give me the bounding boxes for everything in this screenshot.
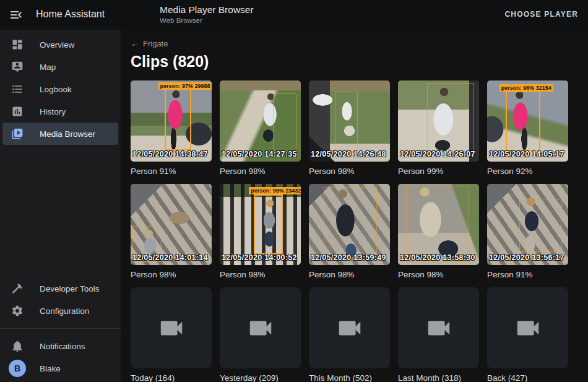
list-icon [11, 83, 24, 95]
sidebar-toggle-icon[interactable] [9, 7, 24, 22]
folder-tile [398, 287, 479, 368]
media-player-title-block: Media Player Browser Web Browser [160, 4, 254, 24]
clip-caption: Person 98% [398, 270, 479, 279]
folder-label: Yesterday (209) [220, 373, 301, 382]
top-app-bar: Home Assistant Media Player Browser Web … [0, 0, 588, 30]
folder-tile [131, 287, 212, 368]
clip-timestamp: 12/05/2020 14:38:47 [132, 150, 208, 158]
clip-timestamp: 12/05/2020 14:27:35 [222, 150, 297, 158]
video-camera-icon [425, 314, 453, 342]
clip-timestamp: 12/05/2020 13:56:17 [489, 253, 564, 262]
clip-caption: Person 98% [131, 270, 212, 279]
sidebar-item-notifications[interactable]: Notifications [2, 335, 118, 357]
clip-thumbnail: 12/05/2020 13:56:17 [487, 184, 568, 265]
sidebar-item-developer-tools[interactable]: Developer Tools [2, 277, 118, 300]
clip-timestamp: 12/05/2020 14:01:14 [132, 253, 208, 262]
sidebar-item-history[interactable]: History [2, 100, 118, 123]
clip-caption: Person 98% [220, 270, 301, 279]
clip-card[interactable]: 12/05/2020 14:01:14 Person 98% [131, 184, 212, 279]
folder-label: Back (427) [487, 373, 568, 382]
sidebar-item-map[interactable]: Map [2, 56, 118, 78]
clip-card[interactable]: 12/05/2020 14:26:48 Person 98% [309, 80, 390, 176]
detection-bbox [335, 92, 358, 150]
breadcrumb-label: Frigate [143, 39, 168, 48]
user-name: Blake [40, 364, 61, 373]
back-arrow-icon: ← [131, 38, 139, 48]
video-camera-icon [514, 314, 542, 342]
sidebar-item-logbook[interactable]: Logbook [2, 78, 118, 100]
clip-timestamp: 12/05/2020 13:59:49 [311, 253, 386, 262]
sidebar-item-configuration[interactable]: Configuration [2, 300, 118, 322]
detection-bbox [273, 93, 296, 154]
folder-card-last-month[interactable]: Last Month (318) [398, 287, 479, 382]
folder-label: Today (164) [131, 373, 212, 382]
clip-card[interactable]: 12/05/2020 14:27:35 Person 98% [220, 80, 301, 176]
folder-label: This Month (502) [309, 373, 390, 382]
folder-tile [487, 287, 568, 368]
clip-caption: Person 99% [398, 167, 479, 176]
clip-caption: Person 98% [309, 167, 390, 176]
clip-timestamp: 12/05/2020 14:26:48 [311, 150, 386, 158]
media-browser-content: ← Frigate Clips (820) person: 97% 29988 … [121, 30, 588, 382]
clip-card[interactable]: 12/05/2020 13:56:17 Person 91% [487, 184, 568, 279]
clips-grid: person: 97% 29988 12/05/2020 14:38:47 Pe… [131, 80, 578, 382]
clip-card[interactable]: 12/05/2020 13:58:30 Person 98% [398, 184, 479, 279]
media-player-title: Media Player Browser [160, 4, 254, 15]
map-person-icon [11, 61, 24, 73]
sidebar-item-label: Configuration [40, 306, 89, 316]
folder-card-this-month[interactable]: This Month (502) [309, 287, 390, 382]
breadcrumb[interactable]: ← Frigate [131, 38, 578, 48]
sidebar-item-overview[interactable]: Overview [2, 33, 118, 56]
sidebar-item-label: Overview [40, 40, 74, 50]
hammer-icon [11, 282, 24, 295]
folder-card-today[interactable]: Today (164) [131, 287, 212, 382]
clip-card[interactable]: person: 97% 29988 12/05/2020 14:38:47 Pe… [131, 80, 212, 176]
detection-bbox [324, 187, 377, 260]
gear-icon [11, 305, 24, 317]
detection-label: person: 95% 23432 [249, 187, 301, 194]
clip-caption: Person 92% [487, 167, 568, 176]
folder-tile [220, 287, 301, 368]
folder-card-back[interactable]: Back (427) [487, 287, 568, 382]
clip-thumbnail: 12/05/2020 14:27:35 [220, 80, 301, 162]
clip-thumbnail: 12/05/2020 13:59:49 [309, 184, 390, 265]
sidebar-item-label: Notifications [40, 342, 85, 351]
clip-card[interactable]: 12/05/2020 13:59:49 Person 98% [309, 184, 390, 279]
detection-bbox [427, 83, 474, 156]
video-camera-icon [157, 314, 186, 342]
media-player-subtitle: Web Browser [160, 17, 254, 24]
sidebar-item-label: Map [40, 63, 56, 72]
video-camera-icon [246, 314, 275, 342]
clip-thumbnail: 12/05/2020 14:01:14 [131, 184, 212, 265]
clip-timestamp: 12/05/2020 13:58:30 [400, 253, 475, 262]
sidebar-item-label: Logbook [40, 85, 72, 94]
clip-timestamp: 12/05/2020 14:00:52 [222, 253, 297, 262]
dashboard-icon [11, 38, 24, 51]
folder-card-yesterday[interactable]: Yesterday (209) [220, 287, 301, 382]
clip-card[interactable]: person: 96% 32154 12/05/2020 14:05:17 Pe… [487, 80, 568, 176]
detection-bbox [254, 194, 283, 254]
sidebar: Overview Map Logbook History Media Brows… [0, 30, 121, 382]
sidebar-item-media-browser[interactable]: Media Browser [2, 123, 118, 145]
sidebar-item-user[interactable]: B Blake [2, 357, 118, 380]
detection-label: person: 97% 29988 [158, 82, 212, 90]
clip-thumbnail: person: 95% 23432 12/05/2020 14:00:52 [220, 184, 301, 265]
page-title: Clips (820) [131, 53, 578, 71]
detection-bbox [406, 186, 469, 262]
bell-icon [11, 340, 24, 352]
choose-player-button[interactable]: CHOOSE PLAYER [504, 10, 578, 19]
sidebar-item-label: Media Browser [40, 129, 95, 139]
folder-tile [309, 287, 390, 368]
clip-caption: Person 91% [487, 270, 568, 279]
play-box-multiple-icon [11, 128, 24, 140]
clip-card[interactable]: 12/05/2020 14:26:07 Person 99% [398, 80, 479, 176]
clip-thumbnail: person: 96% 32154 12/05/2020 14:05:17 [487, 80, 568, 162]
sidebar-item-label: Developer Tools [40, 284, 100, 293]
sidebar-divider [0, 328, 121, 329]
detection-label: person: 96% 32154 [499, 84, 553, 92]
clip-caption: Person 98% [309, 270, 390, 279]
clip-thumbnail: 12/05/2020 13:58:30 [398, 184, 479, 265]
sidebar-item-label: History [40, 107, 66, 116]
app-title: Home Assistant [36, 9, 105, 20]
clip-card[interactable]: person: 95% 23432 12/05/2020 14:00:52 Pe… [220, 184, 301, 279]
